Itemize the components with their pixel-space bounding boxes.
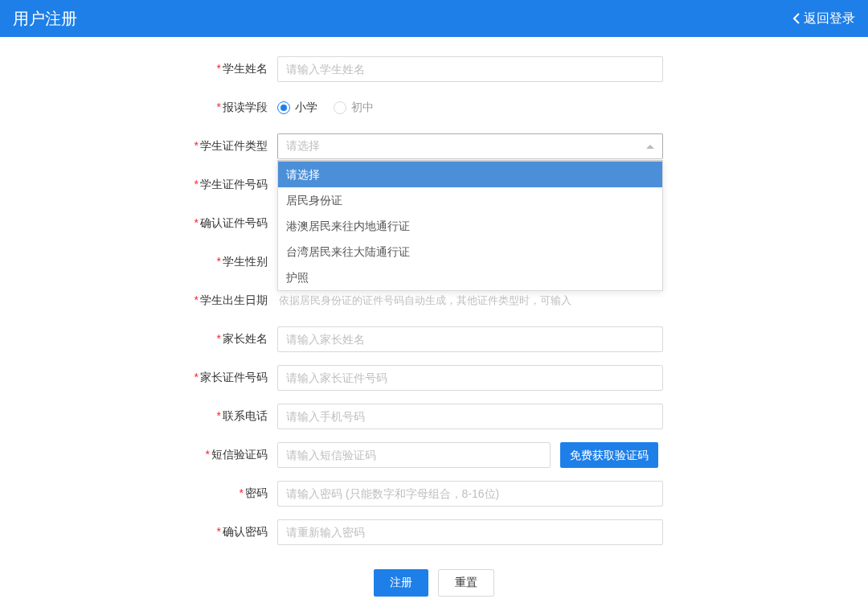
form-buttons: 注册 重置 [0,569,868,597]
back-label: 返回登录 [804,10,855,27]
label-sms: *短信验证码 [0,448,277,462]
row-sms: *短信验证码 免费获取验证码 [0,442,868,468]
caret-up-icon [646,145,654,149]
enroll-stage-radio-group: 小学 初中 [277,95,663,121]
label-enroll-stage: *报读学段 [0,100,277,115]
label-password: *密码 [0,486,277,501]
id-type-select[interactable]: 请选择 [277,133,663,159]
birth-date-hint: 依据居民身份证的证件号码自动生成，其他证件类型时，可输入 [277,294,571,306]
chevron-left-icon [792,13,800,24]
registration-form: *学生姓名 *报读学段 小学 初中 *学生证件类型 请选择 [0,37,868,607]
id-type-dropdown: 请选择 居民身份证 港澳居民来往内地通行证 台湾居民来往大陆通行证 护照 [277,160,663,291]
back-to-login-link[interactable]: 返回登录 [792,10,855,27]
dropdown-option-hk-macau[interactable]: 港澳居民来往内地通行证 [278,213,662,239]
label-gender: *学生性别 [0,255,277,269]
parent-id-input[interactable] [277,365,663,391]
label-password-confirm: *确认密码 [0,525,277,539]
label-phone: *联系电话 [0,409,277,424]
radio-icon [277,101,290,114]
label-birth-date: *学生出生日期 [0,293,277,308]
radio-middle-school[interactable]: 初中 [334,100,374,115]
row-password-confirm: *确认密码 [0,519,868,545]
phone-input[interactable] [277,404,663,429]
label-id-type: *学生证件类型 [0,139,277,154]
dropdown-option-placeholder[interactable]: 请选择 [278,162,662,187]
row-parent-id: *家长证件号码 [0,365,868,391]
password-confirm-input[interactable] [277,519,663,545]
label-parent-name: *家长姓名 [0,332,277,347]
student-name-input[interactable] [277,56,663,82]
dropdown-option-id-card[interactable]: 居民身份证 [278,187,662,213]
label-student-name: *学生姓名 [0,62,277,76]
row-student-name: *学生姓名 [0,56,868,82]
radio-icon [334,101,346,114]
password-input[interactable] [277,481,663,507]
page-header: 用户注册 返回登录 [0,0,868,37]
dropdown-option-taiwan[interactable]: 台湾居民来往大陆通行证 [278,239,662,265]
row-parent-name: *家长姓名 [0,326,868,352]
row-phone: *联系电话 [0,404,868,429]
dropdown-option-passport[interactable]: 护照 [278,265,662,290]
row-password: *密码 [0,481,868,507]
label-parent-id: *家长证件号码 [0,371,277,385]
select-value: 请选择 [286,139,320,154]
label-id-number: *学生证件号码 [0,178,277,192]
reset-button[interactable]: 重置 [438,569,494,597]
submit-button[interactable]: 注册 [374,569,428,597]
parent-name-input[interactable] [277,326,663,352]
row-id-type: *学生证件类型 请选择 请选择 居民身份证 港澳居民来往内地通行证 台湾居民来往… [0,133,868,159]
radio-primary-school[interactable]: 小学 [277,100,317,115]
label-id-number-confirm: *确认证件号码 [0,216,277,231]
sms-code-input[interactable] [277,442,551,468]
row-birth-date: *学生出生日期 依据居民身份证的证件号码自动生成，其他证件类型时，可输入 [0,288,868,314]
page-title: 用户注册 [13,8,77,30]
row-enroll-stage: *报读学段 小学 初中 [0,95,868,121]
get-sms-code-button[interactable]: 免费获取验证码 [560,442,658,468]
